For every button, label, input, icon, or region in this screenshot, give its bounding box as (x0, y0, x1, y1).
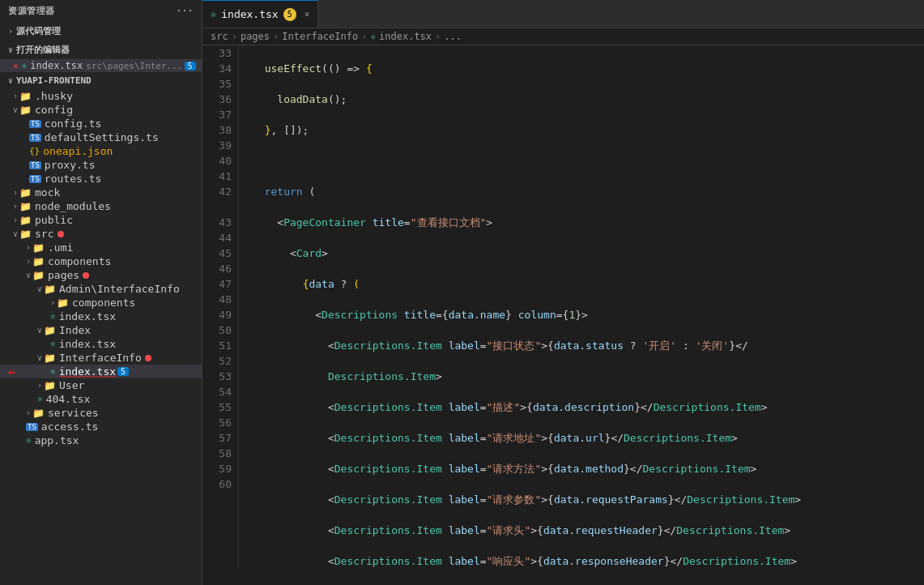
project-name[interactable]: ∨ YUAPI-FRONTEND (0, 72, 202, 89)
tree-item-interfaceinfo-folder[interactable]: ∨ 📁 InterfaceInfo (0, 351, 202, 365)
more-icon[interactable]: ··· (176, 6, 194, 16)
line-numbers: 33 34 35 36 37 38 39 40 41 42 43 44 45 4… (202, 45, 239, 569)
editor-area: ⚛ index.tsx 5 × src › pages › InterfaceI… (202, 0, 924, 585)
tree-item-mock[interactable]: › 📁 mock (0, 186, 202, 199)
breadcrumb-sep3: › (361, 31, 367, 42)
tree-item-interfaceinfo-index[interactable]: ⚛ index.tsx 5 ← (0, 365, 202, 378)
sidebar-header-icons: ··· (176, 6, 194, 16)
breadcrumb-pages[interactable]: pages (241, 31, 270, 42)
tree-item-oneapi[interactable]: {} oneapi.json (0, 144, 202, 158)
tree-item-user[interactable]: › 📁 User (0, 378, 202, 392)
tree-item-husky[interactable]: › 📁 .husky (0, 89, 202, 103)
active-tab[interactable]: ⚛ index.tsx 5 × (202, 0, 318, 28)
tree-item-src[interactable]: ∨ 📁 src (0, 227, 202, 241)
tree-item-admin-components[interactable]: › 📁 components (0, 296, 202, 310)
tree-item-public[interactable]: › 📁 public (0, 213, 202, 227)
open-editor-item[interactable]: × ⚛ index.tsx src\pages\Inter... 5 (0, 59, 202, 72)
tree-item-app[interactable]: ⚛ app.tsx (0, 433, 202, 447)
sidebar-header: 资源管理器 ··· (0, 0, 202, 22)
tree-item-admin-index[interactable]: ⚛ index.tsx (0, 310, 202, 323)
breadcrumb-sep4: › (435, 31, 441, 42)
red-arrow-indicator: ← (8, 365, 16, 378)
tab-file-icon: ⚛ (211, 9, 216, 20)
tree-item-components[interactable]: › 📁 components (0, 254, 202, 268)
code-content: useEffect(() => { loadData(); }, []); re… (239, 45, 924, 569)
breadcrumb: src › pages › InterfaceInfo › ⚛ index.ts… (202, 28, 924, 45)
code-editor[interactable]: 33 34 35 36 37 38 39 40 41 42 43 44 45 4… (202, 45, 924, 585)
tree-item-404[interactable]: ⚛ 404.tsx (0, 392, 202, 406)
breadcrumb-file[interactable]: index.tsx (379, 31, 432, 42)
breadcrumb-file-icon: ⚛ (370, 32, 376, 42)
tab-label: index.tsx (221, 8, 278, 20)
tree-item-node-modules[interactable]: › 📁 node_modules (0, 199, 202, 213)
breadcrumb-more[interactable]: ... (444, 31, 462, 42)
tree-item-routes[interactable]: TS routes.ts (0, 172, 202, 186)
open-editors-section[interactable]: ∨ 打开的编辑器 (0, 41, 202, 59)
source-control-section[interactable]: › 源代码管理 (0, 22, 202, 41)
sidebar-tree: › 源代码管理 ∨ 打开的编辑器 × ⚛ index.tsx src\pages… (0, 22, 202, 585)
tree-item-access[interactable]: TS access.ts (0, 420, 202, 433)
tree-item-config[interactable]: ∨ 📁 config (0, 103, 202, 117)
tree-item-pages[interactable]: ∨ 📁 pages (0, 268, 202, 282)
tree-item-index-tsx[interactable]: ⚛ index.tsx (0, 337, 202, 351)
breadcrumb-sep1: › (232, 31, 237, 42)
tree-item-umi[interactable]: › 📁 .umi (0, 241, 202, 254)
tree-item-admin-interfaceinfo[interactable]: ∨ 📁 Admin\InterfaceInfo (0, 282, 202, 296)
tab-bar: ⚛ index.tsx 5 × (202, 0, 924, 28)
breadcrumb-sep2: › (273, 31, 279, 42)
tree-item-services[interactable]: › 📁 services (0, 406, 202, 420)
breadcrumb-interfaceinfo[interactable]: InterfaceInfo (282, 31, 358, 42)
tree-item-default-settings[interactable]: TS defaultSettings.ts (0, 130, 202, 144)
tree-item-index-folder[interactable]: ∨ 📁 Index (0, 323, 202, 337)
sidebar: 资源管理器 ··· › 源代码管理 ∨ 打开的编辑器 × ⚛ index.tsx… (0, 0, 202, 585)
sidebar-title: 资源管理器 (8, 5, 55, 17)
tree-item-config-ts[interactable]: TS config.ts (0, 117, 202, 130)
tree-item-proxy[interactable]: TS proxy.ts (0, 158, 202, 172)
tab-close-button[interactable]: × (304, 9, 310, 19)
breadcrumb-src[interactable]: src (211, 31, 228, 42)
tab-badge: 5 (283, 8, 296, 21)
